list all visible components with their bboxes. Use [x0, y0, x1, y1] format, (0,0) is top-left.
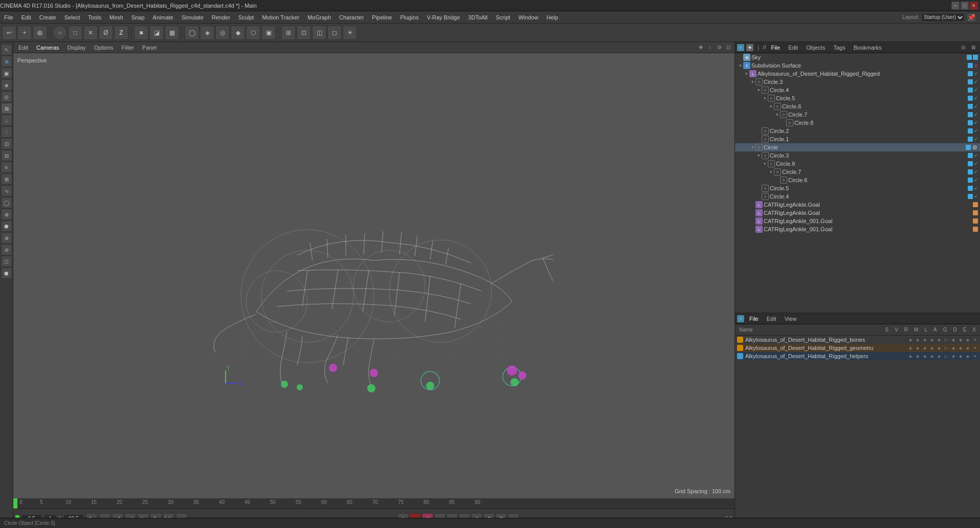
menu-vray[interactable]: V-Ray Bridge [423, 13, 464, 22]
attr-tab-view[interactable]: View [782, 315, 800, 323]
menu-motion-tracker[interactable]: Motion Tracker [258, 13, 303, 22]
tree-item-circle6[interactable]: ▾ ○ Circle.6 ✓ [735, 102, 980, 111]
vp-icon-1[interactable]: ✥ [697, 43, 705, 52]
menu-mograph[interactable]: MoGraph [303, 13, 335, 22]
tree-item-circle4[interactable]: ▾ ○ Circle.4 ✓ [735, 86, 980, 94]
left-tool-16[interactable]: ⊘ [1, 244, 12, 255]
tool-sel4[interactable]: ◆ [231, 26, 245, 40]
menu-snap[interactable]: Snap [127, 13, 149, 22]
tree-item-circle4b[interactable]: ○ Circle.4 ✓ [735, 192, 980, 201]
tool-sel1[interactable]: ◯ [185, 26, 199, 40]
left-tool-10[interactable]: ⊞ [1, 173, 12, 185]
left-tool-7[interactable]: ⊡ [1, 138, 12, 149]
menu-animate[interactable]: Animate [149, 13, 177, 22]
vp-tab-panel[interactable]: Panel [139, 43, 160, 52]
tool-add[interactable]: + [17, 26, 32, 40]
tree-item-circle6b[interactable]: ○ Circle.6 ✓ [735, 176, 980, 184]
left-tool-14[interactable]: ⬟ [1, 221, 12, 232]
om-icon-right-2[interactable]: ⊠ [969, 43, 978, 52]
tree-item-catrig1[interactable]: L CATRigLegAnkle.Goal [735, 201, 980, 209]
left-tool-4[interactable]: ⊠ [1, 103, 12, 114]
menu-mesh[interactable]: Mesh [105, 13, 127, 22]
menu-script[interactable]: Script [492, 13, 514, 22]
left-tool-13[interactable]: ⊗ [1, 209, 12, 220]
tool-scale[interactable]: Ø [99, 26, 113, 40]
left-tool-1[interactable]: ▣ [1, 68, 12, 79]
tree-item-catrig3[interactable]: L CATRigLegAnkle_001.Goal [735, 217, 980, 225]
tool-sel6[interactable]: ▣ [261, 26, 276, 40]
menu-simulate[interactable]: Simulate [177, 13, 208, 22]
tree-item-circle3[interactable]: ▾ ○ Circle.3 ✓ [735, 78, 980, 86]
om-tab-file[interactable]: File [768, 43, 783, 52]
minimize-button[interactable]: ─ [951, 2, 960, 10]
left-tool-select[interactable]: ↖ [1, 44, 12, 55]
attr-row-bones[interactable]: Alkylosaurus_of_Desert_Habitat_Rigged_bo… [735, 336, 980, 344]
menu-3dtoall[interactable]: 3DToAll [464, 13, 492, 22]
menu-sculpt[interactable]: Sculpt [234, 13, 258, 22]
left-tool-2[interactable]: ◈ [1, 79, 12, 91]
tree-item-circle5[interactable]: ▾ ○ Circle.5 ✓ [735, 94, 980, 102]
left-tool-6[interactable]: ⋮ [1, 126, 12, 138]
menu-window[interactable]: Window [514, 13, 542, 22]
left-tool-move[interactable]: ⊕ [1, 56, 12, 67]
tree-item-catrig2[interactable]: L CATRigLegAnkle.Goal [735, 209, 980, 217]
attr-tab-edit[interactable]: Edit [764, 315, 779, 323]
vp-tab-cameras[interactable]: Cameras [33, 43, 62, 52]
tool-disp1[interactable]: ⊞ [281, 26, 296, 40]
tree-item-circle1[interactable]: ○ Circle.1 ✓ [735, 135, 980, 143]
menu-edit[interactable]: Edit [17, 13, 35, 22]
left-tool-11[interactable]: ∿ [1, 185, 12, 196]
left-tool-8[interactable]: ⊟ [1, 150, 12, 161]
om-tab-objects[interactable]: Objects [803, 43, 828, 52]
tree-item-circle7[interactable]: ▾ ○ Circle.7 ✓ [735, 111, 980, 119]
vp-icon-2[interactable]: ↕ [706, 43, 714, 52]
vp-tab-display[interactable]: Display [64, 43, 89, 52]
tree-item-alkylosa[interactable]: ▾ L Alkylosaurus_of_Desert_Habitat_Rigge… [735, 70, 980, 78]
om-tab-bookmarks[interactable]: Bookmarks [851, 43, 885, 52]
menu-plugins[interactable]: Plugins [396, 13, 422, 22]
left-tool-18[interactable]: ⬢ [1, 268, 12, 279]
left-tool-9[interactable]: ≡ [1, 162, 12, 173]
tree-item-circle8b[interactable]: ▾ ○ Circle.8 ✓ [735, 160, 980, 168]
menu-tools[interactable]: Tools [84, 13, 105, 22]
maximize-button[interactable]: □ [961, 2, 969, 10]
viewport-canvas[interactable]: Perspective [13, 53, 734, 498]
om-tab-edit[interactable]: Edit [785, 43, 801, 52]
menu-select[interactable]: Select [60, 13, 84, 22]
left-tool-17[interactable]: ⬡ [1, 256, 12, 267]
tool-light[interactable]: ☀ [343, 26, 357, 40]
tool-sel2[interactable]: ◈ [200, 26, 214, 40]
vp-icon-4[interactable]: ⊡ [724, 43, 732, 52]
tool-sel3[interactable]: ◎ [215, 26, 230, 40]
om-icon-right-1[interactable]: ⊟ [959, 43, 968, 52]
menu-render[interactable]: Render [208, 13, 234, 22]
tool-disp2[interactable]: ⊡ [297, 26, 311, 40]
close-button[interactable]: ✕ [970, 2, 978, 10]
vp-tab-edit[interactable]: Edit [15, 43, 31, 52]
left-tool-12[interactable]: ◯ [1, 197, 12, 208]
left-tool-3[interactable]: ◎ [1, 91, 12, 102]
tool-z[interactable]: Z [114, 26, 128, 40]
tool-render3[interactable]: ▦ [165, 26, 179, 40]
tree-item-circle5b[interactable]: ○ Circle.5 ✓ [735, 184, 980, 192]
left-tool-5[interactable]: ⟂ [1, 115, 12, 126]
tree-item-circle8[interactable]: ○ Circle.8 ✓ [735, 119, 980, 127]
layout-select[interactable]: Startup (User) [921, 13, 965, 22]
om-tab-tags[interactable]: Tags [830, 43, 848, 52]
tool-render1[interactable]: ■ [134, 26, 148, 40]
menu-create[interactable]: Create [35, 13, 60, 22]
menu-character[interactable]: Character [335, 13, 368, 22]
tool-cross[interactable]: ✕ [83, 26, 98, 40]
tool-disp3[interactable]: ◫ [312, 26, 326, 40]
tool-render2[interactable]: ◪ [149, 26, 164, 40]
left-tool-15[interactable]: ⊕ [1, 232, 12, 244]
tree-item-sky[interactable]: ◆ Sky [735, 53, 980, 61]
attr-tab-file[interactable]: File [746, 315, 762, 323]
tool-rect[interactable]: □ [68, 26, 82, 40]
attr-row-helpers[interactable]: Alkylosaurus_of_Desert_Habitat_Rigged_he… [735, 352, 980, 360]
tree-item-circle3b[interactable]: ▾ ○ Circle.3 ✓ [735, 151, 980, 160]
menu-file[interactable]: File [0, 13, 17, 22]
tool-move[interactable]: ⊕ [33, 26, 47, 40]
tool-disp4[interactable]: ◻ [327, 26, 342, 40]
attr-row-geom[interactable]: Alkylosaurus_of_Desert_Habitat_Rigged_ge… [735, 344, 980, 352]
